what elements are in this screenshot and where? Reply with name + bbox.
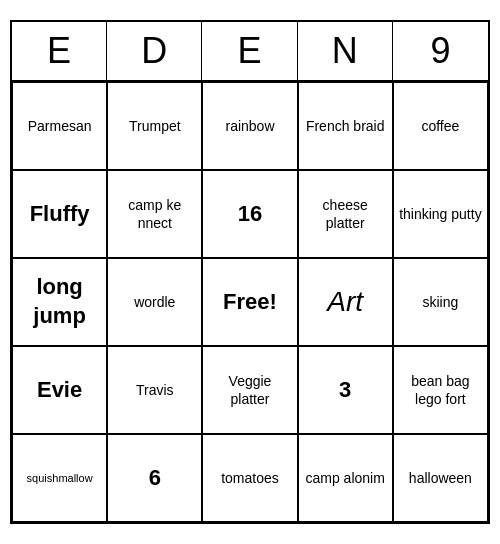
cell-6: camp ke nnect xyxy=(107,170,202,258)
header-cell-1: D xyxy=(107,22,202,80)
cell-18: 3 xyxy=(298,346,393,434)
header-cell-3: N xyxy=(298,22,393,80)
cell-14: skiing xyxy=(393,258,488,346)
cell-4: coffee xyxy=(393,82,488,170)
cell-8: cheese platter xyxy=(298,170,393,258)
header-row: EDEN9 xyxy=(12,22,488,82)
cell-11: wordle xyxy=(107,258,202,346)
cell-17: Veggie platter xyxy=(202,346,297,434)
cell-7: 16 xyxy=(202,170,297,258)
header-cell-2: E xyxy=(202,22,297,80)
cell-24: halloween xyxy=(393,434,488,522)
cell-16: Travis xyxy=(107,346,202,434)
cell-2: rainbow xyxy=(202,82,297,170)
cell-9: thinking putty xyxy=(393,170,488,258)
cell-3: French braid xyxy=(298,82,393,170)
header-cell-4: 9 xyxy=(393,22,488,80)
cell-23: camp alonim xyxy=(298,434,393,522)
bingo-card: EDEN9 ParmesanTrumpetrainbowFrench braid… xyxy=(10,20,490,524)
cell-0: Parmesan xyxy=(12,82,107,170)
cell-15: Evie xyxy=(12,346,107,434)
bingo-grid: ParmesanTrumpetrainbowFrench braidcoffee… xyxy=(12,82,488,522)
header-cell-0: E xyxy=(12,22,107,80)
cell-1: Trumpet xyxy=(107,82,202,170)
cell-12: Free! xyxy=(202,258,297,346)
cell-21: 6 xyxy=(107,434,202,522)
cell-20: squishmallow xyxy=(12,434,107,522)
cell-19: bean bag lego fort xyxy=(393,346,488,434)
cell-10: long jump xyxy=(12,258,107,346)
cell-22: tomatoes xyxy=(202,434,297,522)
cell-13: Art xyxy=(298,258,393,346)
cell-5: Fluffy xyxy=(12,170,107,258)
